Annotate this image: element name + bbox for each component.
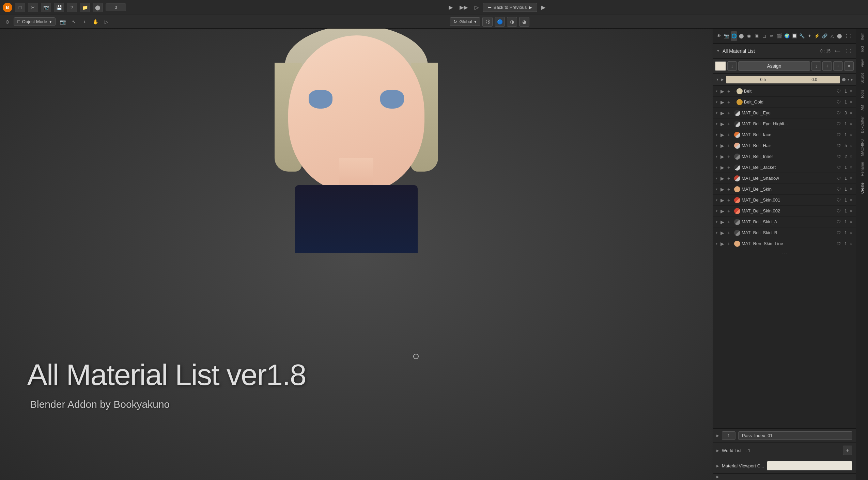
download2-btn[interactable]: ↓	[811, 61, 821, 71]
mat-add-btn[interactable]: +	[727, 176, 733, 181]
scene-icon[interactable]: 🎬	[776, 31, 782, 41]
add-icon[interactable]: +	[80, 17, 90, 27]
mvp-color-swatch[interactable]	[767, 461, 852, 470]
screenshot-btn[interactable]: 📷	[41, 3, 51, 12]
mat-add-btn[interactable]: +	[727, 241, 733, 246]
globe-icon[interactable]: 🌐	[731, 31, 737, 41]
mat-row-bell-shadow[interactable]: ▼ ▶ + MAT_Bell_Shadow 🛡 1 ×	[713, 173, 856, 184]
chain-icon[interactable]: ⛓	[482, 17, 493, 27]
play-btn-2[interactable]: ▶▶	[457, 3, 470, 12]
slider-up-arrow[interactable]: ▸	[851, 78, 853, 81]
mat-expand-btn[interactable]: ▶	[720, 110, 726, 116]
world-icon[interactable]: 🌍	[784, 31, 790, 41]
mat-row-belt[interactable]: ▼ ▶ + · Belt 🛡 1 ×	[713, 86, 856, 97]
world-collapse-arrow[interactable]: ▶	[716, 449, 719, 452]
sidebar-item-item[interactable]: Item	[859, 30, 866, 43]
mat-expand-btn[interactable]: +	[727, 89, 733, 94]
panel-collapse-arrow[interactable]: ▼	[716, 49, 720, 53]
mat-expand-btn[interactable]: ▶	[720, 241, 726, 246]
mat-expand-btn[interactable]: ▶	[720, 99, 726, 105]
render-btn[interactable]: ⬤	[93, 3, 103, 12]
mat-add-btn[interactable]: +	[727, 219, 733, 225]
mat-add-btn[interactable]: +	[727, 132, 733, 138]
mat-add-btn[interactable]: +	[727, 197, 733, 203]
mat-add-btn[interactable]: +	[727, 143, 733, 148]
mat-remove-btn[interactable]: ×	[848, 187, 854, 192]
compositing-icon[interactable]: ◻	[761, 31, 767, 41]
mat-remove-btn[interactable]: ×	[848, 154, 854, 159]
mat-expand-btn[interactable]: ▶	[720, 219, 726, 225]
output-icon[interactable]: ▣	[754, 31, 760, 41]
panel-settings-btn[interactable]: ⟵	[833, 47, 841, 55]
help-btn[interactable]: ?	[67, 3, 77, 12]
remove-material-btn[interactable]: ×	[844, 61, 854, 71]
overlay-icon[interactable]: ◑	[507, 17, 517, 27]
object-icon[interactable]: 🔲	[791, 31, 797, 41]
mat-row-bell-hair[interactable]: ▼ ▶ + MAT_Bell_Hair 🛡 5 ×	[713, 140, 856, 151]
download-btn[interactable]: ↓	[727, 61, 737, 71]
back-to-previous-btn[interactable]: ⬅ Back to Previous ▶	[483, 3, 538, 12]
grease-icon[interactable]: ✏	[769, 31, 775, 41]
physics-icon[interactable]: ⚡	[814, 31, 820, 41]
mat-remove-btn[interactable]: ×	[848, 241, 854, 246]
render-sphere-icon[interactable]: ⬤	[739, 31, 745, 41]
material-list[interactable]: ▼ ▶ + · Belt 🛡 1 × ▼ ▶ + · Belt_Gold 🛡 1	[713, 86, 856, 428]
mat-add-btn[interactable]: +	[727, 230, 733, 236]
assign-button[interactable]: Assign	[738, 61, 810, 71]
sidebar-item-create[interactable]: Create	[859, 180, 866, 196]
sidebar-item-am[interactable]: AM	[859, 102, 866, 113]
play-btn-4[interactable]: ▶	[539, 3, 548, 12]
mat-row-bell-skirt-b[interactable]: ▼ ▶ + MAT_Bell_Skirt_B 🛡 1 ×	[713, 227, 856, 238]
mat-remove-btn[interactable]: ×	[848, 100, 854, 105]
transform-icon[interactable]: ▷	[102, 17, 111, 27]
row-play-icon[interactable]: ▶	[721, 78, 724, 81]
add-world-btn[interactable]: +	[843, 446, 852, 455]
render-settings-icon[interactable]: ◉	[746, 31, 752, 41]
particles-icon[interactable]: ✦	[806, 31, 812, 41]
mat-remove-btn[interactable]: ×	[848, 165, 854, 170]
mat-row-bell-skin-001[interactable]: ▼ ▶ + MAT_Bell_Skin.001 🛡 1 ×	[713, 195, 856, 206]
mat-expand-btn[interactable]: ▶	[720, 176, 726, 181]
mat-expand-btn[interactable]: ▶	[720, 208, 726, 214]
copy-btn[interactable]: ✂	[28, 3, 38, 12]
add-material-btn[interactable]: +	[822, 61, 832, 71]
row-collapse-arrow[interactable]: ▼	[716, 78, 719, 81]
mat-add-btn[interactable]: +	[727, 208, 733, 214]
data-icon[interactable]: △	[829, 31, 835, 41]
modifier-icon[interactable]: 🔧	[799, 31, 805, 41]
mat-remove-btn[interactable]: ×	[848, 230, 854, 235]
mat-add-btn[interactable]: +	[727, 187, 733, 192]
viewport-mode-icon[interactable]: ⊙	[3, 17, 12, 27]
mat-expand-btn[interactable]: ▶	[720, 165, 726, 170]
panel-grip-btn[interactable]: ⋮⋮	[844, 47, 852, 55]
mat-row-bell-jacket[interactable]: ▼ ▶ + MAT_Bell_Jacket 🛡 1 ×	[713, 162, 856, 173]
pass-collapse-arrow[interactable]: ▶	[716, 434, 719, 437]
mat-expand-btn[interactable]: ▶	[720, 154, 726, 159]
mat-expand-btn[interactable]: ▶	[720, 230, 726, 236]
mat-row-ren-skin-line[interactable]: ▼ ▶ + MAT_Ren_Skin_Line 🛡 1 ×	[713, 238, 856, 249]
mat-expand-btn[interactable]: ▶	[720, 132, 726, 138]
mat-add-btn[interactable]: +	[727, 110, 733, 116]
mat-row-belt-gold[interactable]: ▼ ▶ + · Belt_Gold 🛡 1 ×	[713, 97, 856, 108]
mat-add-btn[interactable]: +	[727, 154, 733, 159]
mat-remove-btn[interactable]: ×	[848, 220, 854, 224]
mat-row-bell-eye[interactable]: ▼ ▶ + MAT_Bell_Eye 🛡 3 ×	[713, 108, 856, 118]
mvp-collapse-arrow[interactable]: ▶	[716, 464, 719, 468]
mat-remove-btn[interactable]: ×	[848, 209, 854, 213]
mat-remove-btn[interactable]: ×	[848, 111, 854, 115]
slider-dropdown-arrow[interactable]: ▾	[848, 78, 849, 81]
sidebar-item-machin3[interactable]: MACHIN3	[859, 137, 866, 159]
value-slider[interactable]: 0.5 0.0	[726, 76, 840, 83]
sidebar-item-sculpt[interactable]: Sculpt	[859, 70, 866, 86]
mat-expand-btn[interactable]: ▶	[720, 187, 726, 192]
new-file-btn[interactable]: □	[15, 3, 25, 12]
mat-remove-btn[interactable]: ×	[848, 132, 854, 137]
camera-icon[interactable]: 📷	[58, 17, 68, 27]
mat-row-bell-face[interactable]: ▼ ▶ + MAT_Bell_face 🛡 1 ×	[713, 129, 856, 140]
save-btn[interactable]: 💾	[54, 3, 64, 12]
material-icon[interactable]: ⬤	[837, 31, 843, 41]
mat-remove-btn[interactable]: ×	[848, 122, 854, 126]
constraints-icon[interactable]: 🔗	[821, 31, 827, 41]
play-btn-3[interactable]: ▷	[472, 3, 481, 12]
mat-expand-btn[interactable]: ▶	[720, 143, 726, 148]
